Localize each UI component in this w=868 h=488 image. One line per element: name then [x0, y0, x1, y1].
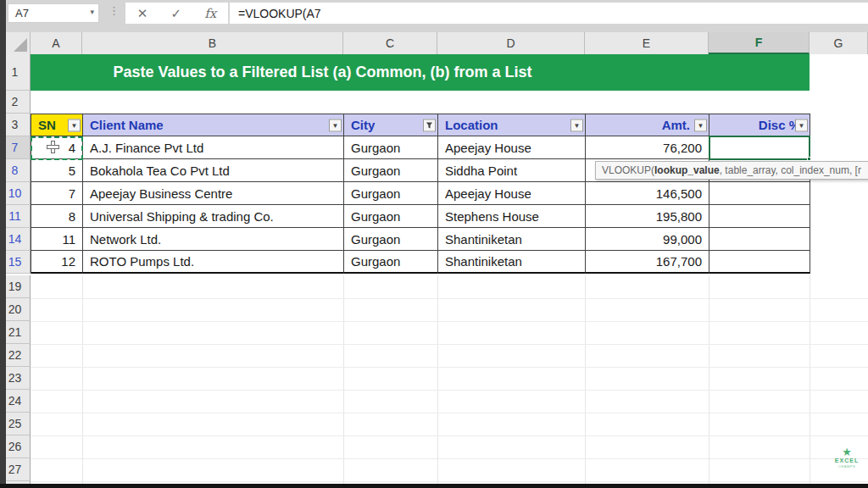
active-cell-selection[interactable] — [709, 136, 810, 160]
table-row: 8 Universal Shipping & trading Co. Gurga… — [31, 205, 810, 228]
cell-f15[interactable] — [709, 251, 810, 274]
cell-c7[interactable]: Gurgaon — [344, 136, 438, 159]
name-box-dropdown-icon[interactable]: ▾ — [90, 8, 94, 16]
client-filter-dropdown-icon[interactable]: ▼ — [329, 119, 342, 131]
gridline — [31, 390, 868, 391]
cell-d7[interactable]: Apeejay House — [438, 136, 586, 159]
cell-b15[interactable]: ROTO Pumps Ltd. — [83, 251, 344, 274]
formula-bar-drag-handle-icon[interactable]: ⋮ — [108, 4, 119, 17]
gridline — [709, 275, 709, 484]
cell-e11[interactable]: 195,800 — [586, 205, 709, 228]
cell-d10[interactable]: Apeejay House — [438, 182, 586, 205]
gridline — [31, 458, 868, 459]
formula-bar: A7 ▾ ⋮ ✕ ✓ fx =VLOOKUP(A7 — [0, 0, 868, 32]
cell-b14[interactable]: Network Ltd. — [83, 228, 344, 251]
formula-input[interactable]: =VLOOKUP(A7 — [230, 3, 868, 24]
amt-filter-dropdown-icon[interactable]: ▼ — [694, 119, 707, 131]
formula-hint-tooltip: VLOOKUP(lookup_value, table_array, col_i… — [595, 161, 868, 180]
city-filter-funnel-icon[interactable] — [423, 119, 436, 131]
gridline — [31, 435, 868, 436]
excel-window: A7 ▾ ⋮ ✕ ✓ fx =VLOOKUP(A7 A B C D E F G … — [0, 0, 868, 488]
frame-edge-bottom — [0, 484, 868, 488]
cell-a8[interactable]: 5 — [31, 159, 83, 182]
watermark-text: EXCEL — [829, 458, 865, 464]
watermark-subtext: CHAMPS — [829, 464, 865, 469]
header-cell-sn[interactable]: SN ▼ — [31, 114, 83, 136]
table-row: 7 Apeejay Business Centre Gurgaon Apeeja… — [31, 182, 810, 205]
disc-filter-dropdown-icon[interactable]: ▼ — [795, 119, 808, 131]
cell-a15[interactable]: 12 — [31, 251, 83, 274]
table-row: 11 Network Ltd. Gurgaon Shantiniketan 99… — [31, 228, 810, 251]
column-header-d[interactable]: D — [437, 32, 585, 54]
gridline — [31, 298, 868, 299]
header-cell-amt[interactable]: Amt. ▼ — [586, 114, 709, 136]
cell-b7[interactable]: A.J. Finance Pvt Ltd — [83, 136, 344, 159]
gridline — [437, 275, 438, 484]
cell-f11[interactable] — [709, 205, 810, 228]
table-row: 12 ROTO Pumps Ltd. Gurgaon Shantiniketan… — [31, 251, 810, 274]
sheet-title: Paste Values to a Filtered List (a) Comm… — [31, 64, 810, 81]
cell-d15[interactable]: Shantiniketan — [438, 251, 586, 274]
column-header-c[interactable]: C — [343, 32, 437, 54]
star-icon: ★ — [829, 447, 865, 458]
location-filter-dropdown-icon[interactable]: ▼ — [570, 119, 583, 131]
gridline — [343, 275, 344, 484]
cell-f10[interactable] — [709, 182, 810, 205]
cell-b8[interactable]: Bokahola Tea Co Pvt Ltd — [83, 159, 344, 182]
gridline — [31, 481, 868, 482]
column-header-b[interactable]: B — [82, 32, 343, 54]
cell-a10[interactable]: 7 — [31, 182, 83, 205]
column-header-e[interactable]: E — [585, 32, 709, 54]
gridline — [810, 275, 810, 484]
cell-c8[interactable]: Gurgaon — [344, 159, 438, 182]
name-box-value: A7 — [15, 7, 29, 19]
title-banner: Paste Values to a Filtered List (a) Comm… — [31, 54, 810, 91]
cell-e10[interactable]: 146,500 — [586, 182, 709, 205]
cell-d8[interactable]: Siddha Point — [438, 159, 586, 182]
cell-e7[interactable]: 76,200 — [586, 136, 709, 159]
header-cell-client-name[interactable]: Client Name ▼ — [83, 114, 344, 136]
name-box[interactable]: A7 ▾ — [8, 3, 99, 23]
cell-f14[interactable] — [709, 228, 810, 251]
column-header-g[interactable]: G — [810, 32, 868, 54]
header-cell-city[interactable]: City — [344, 114, 438, 136]
column-header-a[interactable]: A — [31, 32, 82, 54]
header-cell-location[interactable]: Location ▼ — [438, 114, 586, 136]
cell-c14[interactable]: Gurgaon — [344, 228, 438, 251]
watermark-logo: ★ EXCEL CHAMPS — [829, 447, 865, 469]
cell-e15[interactable]: 167,700 — [586, 251, 709, 274]
gridline — [31, 321, 868, 322]
cell-e14[interactable]: 99,000 — [586, 228, 709, 251]
cell-d11[interactable]: Stephens House — [438, 205, 586, 228]
gridline — [585, 275, 586, 484]
formula-bar-buttons: ✕ ✓ fx — [125, 3, 229, 24]
select-all-triangle-icon — [14, 38, 27, 52]
frame-edge-left — [0, 0, 6, 488]
excel-plus-cursor-icon — [47, 141, 59, 153]
cell-a14[interactable]: 11 — [31, 228, 83, 251]
gridline — [31, 413, 868, 413]
gridline — [82, 275, 83, 484]
insert-function-icon[interactable]: fx — [204, 6, 216, 21]
cell-c15[interactable]: Gurgaon — [344, 251, 438, 274]
cancel-icon[interactable]: ✕ — [137, 6, 148, 21]
cell-b11[interactable]: Universal Shipping & trading Co. — [83, 205, 344, 228]
cell-b10[interactable]: Apeejay Business Centre — [83, 182, 344, 205]
table-row: 4 A.J. Finance Pvt Ltd Gurgaon Apeejay H… — [31, 136, 810, 159]
column-header-f[interactable]: F — [709, 32, 810, 54]
cell-c10[interactable]: Gurgaon — [344, 182, 438, 205]
sn-filter-dropdown-icon[interactable]: ▼ — [68, 119, 81, 131]
cell-a11[interactable]: 8 — [31, 205, 83, 228]
cell-c11[interactable]: Gurgaon — [344, 205, 438, 228]
table-header-row: SN ▼ Client Name ▼ City Location ▼ Amt. … — [31, 114, 810, 136]
gridline — [31, 367, 868, 368]
header-cell-disc[interactable]: Disc % ▼ — [709, 114, 810, 136]
column-headers: A B C D E F G — [0, 32, 868, 54]
gridline — [31, 344, 868, 345]
cell-d14[interactable]: Shantiniketan — [438, 228, 586, 251]
enter-icon[interactable]: ✓ — [170, 6, 181, 21]
